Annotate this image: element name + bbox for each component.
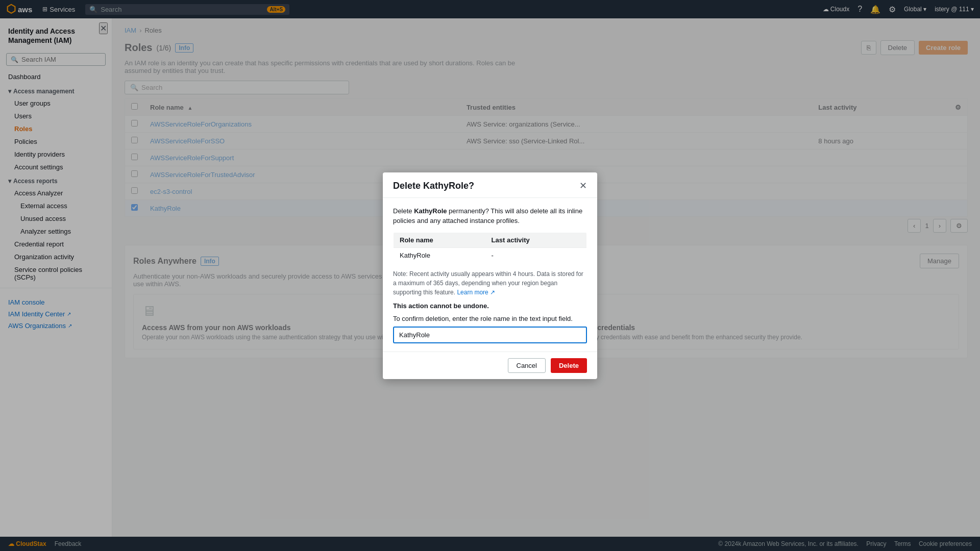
modal-body: Delete KathyRole permanently? This will … [383, 198, 597, 352]
modal-close-button[interactable]: ✕ [579, 181, 587, 190]
modal-undone-text: This action cannot be undone. [393, 302, 587, 310]
delete-confirm-button[interactable]: Delete [551, 358, 587, 373]
modal-table: Role name Last activity KathyRole - [393, 232, 587, 263]
modal-table-header-activity: Last activity [485, 232, 587, 247]
cancel-button[interactable]: Cancel [508, 358, 546, 373]
modal-confirm-label: To confirm deletion, enter the role name… [393, 315, 587, 322]
learn-more-link[interactable]: Learn more ↗ [457, 289, 495, 296]
modal-description: Delete KathyRole permanently? This will … [393, 206, 587, 226]
modal-title: Delete KathyRole? [393, 181, 474, 191]
modal-table-role-name: KathyRole [394, 247, 485, 263]
modal-header: Delete KathyRole? ✕ [383, 172, 597, 198]
delete-modal: Delete KathyRole? ✕ Delete KathyRole per… [383, 172, 597, 379]
modal-confirm-input[interactable] [393, 327, 587, 343]
modal-role-name-bold: KathyRole [414, 207, 447, 215]
modal-footer: Cancel Delete [383, 352, 597, 379]
modal-table-row: KathyRole - [394, 247, 587, 263]
modal-table-header-role: Role name [394, 232, 485, 247]
modal-table-activity: - [485, 247, 587, 263]
modal-note: Note: Recent activity usually appears wi… [393, 269, 587, 297]
modal-overlay[interactable]: Delete KathyRole? ✕ Delete KathyRole per… [0, 0, 980, 551]
